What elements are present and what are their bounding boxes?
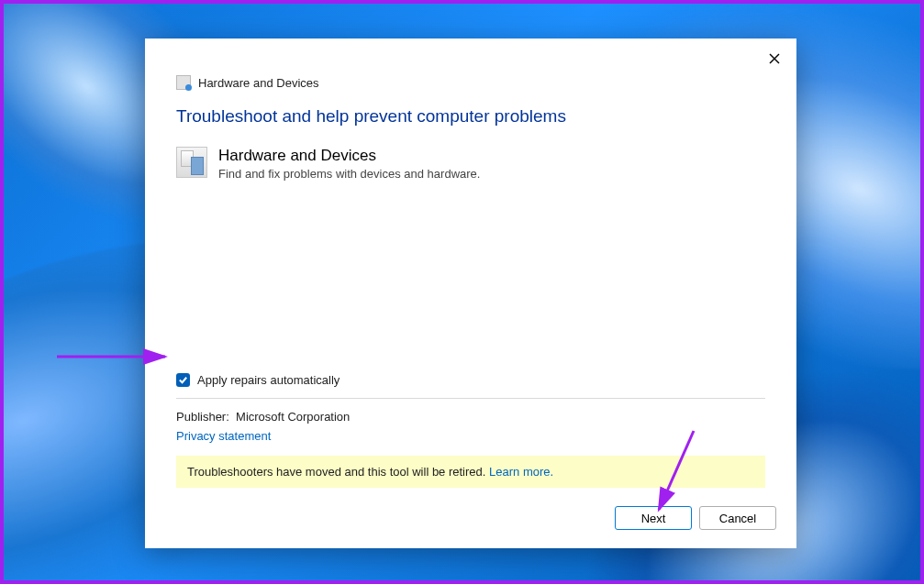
divider — [176, 398, 765, 399]
dialog-header: Hardware and Devices — [145, 72, 796, 106]
button-row: Next Cancel — [145, 488, 796, 548]
publisher-value: Microsoft Corporation — [236, 410, 350, 424]
cancel-button[interactable]: Cancel — [699, 506, 776, 530]
next-button[interactable]: Next — [615, 506, 692, 530]
hardware-icon — [176, 147, 207, 178]
troubleshooter-icon — [176, 75, 191, 90]
apply-repairs-label: Apply repairs automatically — [197, 373, 340, 387]
dialog-title: Hardware and Devices — [198, 76, 319, 90]
page-headline: Troubleshoot and help prevent computer p… — [176, 106, 765, 127]
section-subtitle: Find and fix problems with devices and h… — [218, 167, 480, 181]
retirement-notice: Troubleshooters have moved and this tool… — [176, 456, 765, 488]
titlebar — [145, 39, 796, 72]
privacy-link[interactable]: Privacy statement — [176, 429, 765, 443]
publisher-row: Publisher: Microsoft Corporation — [176, 410, 765, 424]
close-icon — [768, 52, 781, 65]
device-section: Hardware and Devices Find and fix proble… — [176, 147, 765, 181]
publisher-label: Publisher: — [176, 410, 229, 424]
troubleshooter-dialog: Hardware and Devices Troubleshoot and he… — [145, 39, 796, 548]
section-title: Hardware and Devices — [218, 147, 480, 165]
apply-repairs-row[interactable]: Apply repairs automatically — [176, 373, 765, 387]
apply-repairs-checkbox[interactable] — [176, 373, 190, 387]
close-button[interactable] — [762, 46, 787, 72]
learn-more-link[interactable]: Learn more. — [489, 465, 553, 479]
dialog-content: Troubleshoot and help prevent computer p… — [145, 106, 796, 488]
notice-text: Troubleshooters have moved and this tool… — [187, 465, 485, 479]
checkmark-icon — [178, 375, 188, 385]
